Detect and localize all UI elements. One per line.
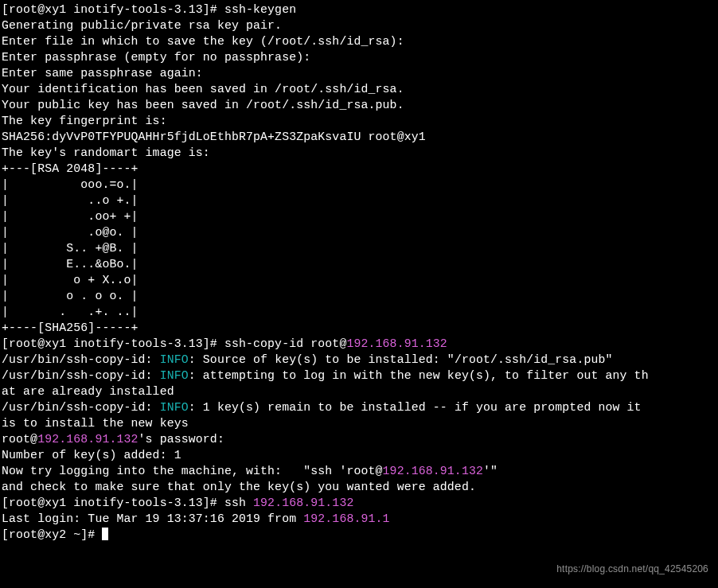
terminal-segment: is to install the new keys <box>2 417 189 430</box>
terminal-segment: | S.. +@B. | <box>2 242 139 255</box>
terminal-line: SHA256:dyVvP0TFYPUQAHHr5fjdLoEthbR7pA+ZS… <box>2 129 716 145</box>
terminal-segment: '" <box>483 465 498 477</box>
terminal-segment: +---[RSA 2048]----+ <box>2 162 139 175</box>
terminal-line: Number of key(s) added: 1 <box>2 447 716 463</box>
terminal-segment: 's password: <box>139 433 224 446</box>
terminal-line: Enter file in which to save the key (/ro… <box>2 33 716 49</box>
terminal-segment: Generating public/private rsa key pair. <box>2 19 282 32</box>
terminal-segment: /usr/bin/ssh-copy-id: <box>2 401 160 414</box>
terminal-segment: INFO <box>160 353 189 366</box>
terminal-line: Last login: Tue Mar 19 13:37:16 2019 fro… <box>2 511 716 527</box>
terminal-line: | . .+. ..| <box>2 304 716 320</box>
terminal-line: is to install the new keys <box>2 415 716 431</box>
terminal-segment: [root@xy1 inotify-tools-3.13]# ssh <box>2 496 253 509</box>
terminal-line: Enter passphrase (empty for no passphras… <box>2 49 716 65</box>
terminal-line: | ..o +.| <box>2 193 716 208</box>
terminal-segment: at are already installed <box>2 385 174 398</box>
terminal-line: /usr/bin/ssh-copy-id: INFO: Source of ke… <box>2 352 716 368</box>
terminal-segment: 192.168.91.1 <box>303 512 389 525</box>
terminal-segment: 192.168.91.132 <box>253 496 353 509</box>
terminal-segment: SHA256:dyVvP0TFYPUQAHHr5fjdLoEthbR7pA+ZS… <box>2 130 426 143</box>
terminal-line: | E...&oBo.| <box>2 256 716 272</box>
terminal-line: [root@xy1 inotify-tools-3.13]# ssh-keyge… <box>2 2 716 18</box>
terminal-segment: 192.168.91.132 <box>383 465 483 477</box>
terminal-line: | S.. +@B. | <box>2 240 716 256</box>
terminal-segment: Last login: Tue Mar 19 13:37:16 2019 fro… <box>2 512 303 525</box>
terminal-segment: root@ <box>2 433 37 446</box>
terminal-segment: | .o@o. | <box>2 226 139 239</box>
terminal-segment: : attempting to log in with the new key(… <box>189 369 649 382</box>
terminal-segment: | . .+. ..| <box>2 306 139 318</box>
terminal-segment: Enter same passphrase again: <box>2 67 203 80</box>
terminal-segment: +----[SHA256]-----+ <box>2 321 139 334</box>
terminal-line: +---[RSA 2048]----+ <box>2 161 716 177</box>
terminal-segment: | ooo.=o.| <box>2 178 139 191</box>
terminal-line: +----[SHA256]-----+ <box>2 320 716 336</box>
terminal-line: root@192.168.91.132's password: <box>2 431 716 447</box>
terminal-segment: : 1 key(s) remain to be installed -- if … <box>189 401 649 414</box>
terminal-segment: 192.168.91.132 <box>346 337 447 350</box>
terminal-line: | o + X..o| <box>2 272 716 288</box>
terminal-segment: /usr/bin/ssh-copy-id: <box>2 353 160 366</box>
terminal-segment: [root@xy2 ~]# <box>2 528 102 541</box>
terminal-line: The key fingerprint is: <box>2 113 716 129</box>
terminal-segment: [root@xy1 inotify-tools-3.13]# ssh-keyge… <box>2 3 296 16</box>
terminal-segment: | .oo+ +| <box>2 210 139 223</box>
terminal-segment: : Source of key(s) to be installed: "/ro… <box>189 353 613 366</box>
terminal-segment: and check to make sure that only the key… <box>2 481 476 493</box>
cursor-icon <box>102 528 108 540</box>
terminal-line: at are already installed <box>2 384 716 399</box>
terminal-line: | ooo.=o.| <box>2 177 716 193</box>
terminal-line: | .oo+ +| <box>2 208 716 224</box>
terminal-segment: Your identification has been saved in /r… <box>2 83 404 95</box>
terminal-segment: Now try logging into the machine, with: … <box>2 465 383 477</box>
watermark-text: https://blog.csdn.net/qq_42545206 <box>556 561 708 577</box>
terminal-line: [root@xy1 inotify-tools-3.13]# ssh 192.1… <box>2 495 716 511</box>
terminal-line: Now try logging into the machine, with: … <box>2 463 716 479</box>
terminal-segment: | E...&oBo.| <box>2 258 139 271</box>
terminal-segment: | o . o o. | <box>2 290 139 302</box>
terminal-segment: Your public key has been saved in /root/… <box>2 99 404 111</box>
terminal-segment: [root@xy1 inotify-tools-3.13]# ssh-copy-… <box>2 337 346 350</box>
terminal-line: and check to make sure that only the key… <box>2 479 716 495</box>
terminal-line: Your public key has been saved in /root/… <box>2 97 716 113</box>
terminal-line: /usr/bin/ssh-copy-id: INFO: 1 key(s) rem… <box>2 399 716 415</box>
terminal-segment: INFO <box>160 401 189 414</box>
terminal-output[interactable]: [root@xy1 inotify-tools-3.13]# ssh-keyge… <box>2 2 716 543</box>
terminal-line: [root@xy1 inotify-tools-3.13]# ssh-copy-… <box>2 336 716 352</box>
terminal-segment: 192.168.91.132 <box>37 433 138 446</box>
terminal-segment: The key fingerprint is: <box>2 115 167 127</box>
terminal-line: Generating public/private rsa key pair. <box>2 18 716 33</box>
terminal-segment: | o + X..o| <box>2 274 139 286</box>
terminal-line: [root@xy2 ~]# <box>2 527 716 543</box>
terminal-segment: Number of key(s) added: 1 <box>2 449 181 461</box>
terminal-line: | o . o o. | <box>2 288 716 304</box>
terminal-line: Your identification has been saved in /r… <box>2 81 716 97</box>
terminal-segment: INFO <box>160 369 189 382</box>
terminal-segment: /usr/bin/ssh-copy-id: <box>2 369 160 382</box>
terminal-segment: Enter passphrase (empty for no passphras… <box>2 51 310 64</box>
terminal-segment: | ..o +.| <box>2 194 139 207</box>
terminal-line: The key's randomart image is: <box>2 145 716 161</box>
terminal-line: | .o@o. | <box>2 224 716 240</box>
terminal-line: /usr/bin/ssh-copy-id: INFO: attempting t… <box>2 368 716 384</box>
terminal-segment: Enter file in which to save the key (/ro… <box>2 35 404 48</box>
terminal-line: Enter same passphrase again: <box>2 65 716 81</box>
terminal-segment: The key's randomart image is: <box>2 146 210 159</box>
